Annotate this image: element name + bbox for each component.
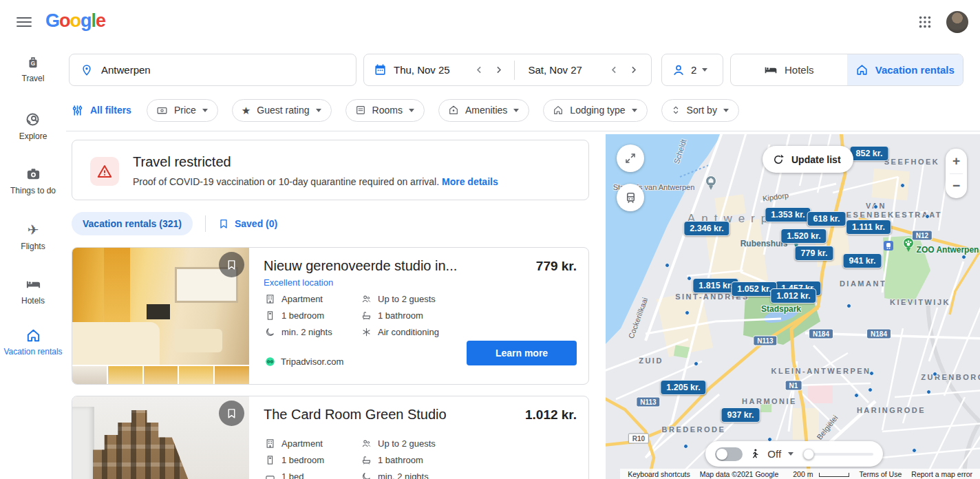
all-filters-button[interactable]: All filters (72, 105, 131, 116)
apps-grid-icon[interactable] (917, 14, 933, 30)
amenities-icon (448, 105, 459, 116)
keyboard-shortcuts-link[interactable]: Keyboard shortcuts (623, 470, 694, 478)
report-error-link[interactable]: Report a map error (906, 470, 977, 478)
sidebar-item-hotels[interactable]: Hotels (0, 277, 66, 306)
poi-dot[interactable] (846, 304, 851, 308)
guests-selector[interactable]: 2 (661, 54, 723, 86)
checkin-prev-icon[interactable] (471, 62, 488, 78)
map-price-pill[interactable]: 941 kr. (843, 253, 882, 268)
listing-title[interactable]: Nieuw gerenoveerde studio in... (264, 258, 457, 274)
pegman-icon[interactable] (749, 447, 760, 460)
map-price-pill[interactable]: 937 kr. (721, 407, 760, 423)
map-price-pill[interactable]: 618 kr. (807, 211, 846, 226)
poi-dot[interactable] (926, 390, 931, 394)
map-price-pill[interactable]: 1.012 kr. (770, 288, 816, 304)
poi-dot[interactable] (685, 310, 690, 315)
time-slider[interactable] (805, 453, 873, 456)
terms-link[interactable]: Terms of Use (854, 470, 906, 478)
google-logo[interactable]: Google (45, 10, 105, 32)
sidebar-item-travel[interactable]: G Travel (0, 55, 66, 83)
checkout-date[interactable]: Sat, Nov 27 (529, 64, 582, 76)
more-details-link[interactable]: More details (442, 176, 498, 187)
checkin-next-icon[interactable] (491, 62, 507, 78)
transit-button[interactable] (617, 184, 644, 211)
tab-vacation-rentals[interactable]: Vacation rentals (847, 54, 963, 85)
poi-dot[interactable] (869, 371, 874, 376)
listing-details: Nieuw gerenoveerde studio in... 779 kr. … (264, 248, 577, 384)
filter-chip-rooms[interactable]: Rooms (345, 99, 425, 122)
map-label-brederode: BREDERODE (662, 425, 726, 434)
museum-pin-icon[interactable] (705, 175, 717, 191)
poi-dot[interactable] (854, 393, 859, 398)
tab-hotels[interactable]: Hotels (731, 54, 847, 85)
zoom-out-button[interactable]: − (946, 174, 967, 199)
listing-title[interactable]: The Card Room Green Studio (264, 407, 447, 423)
checkin-date[interactable]: Thu, Nov 25 (394, 64, 450, 76)
tab-saved[interactable]: Saved (0) (218, 218, 277, 229)
zoo-pin-icon[interactable] (902, 237, 915, 253)
filter-chip-guest-rating[interactable]: ★ Guest rating (232, 99, 332, 122)
save-bookmark-button[interactable] (219, 401, 244, 426)
map[interactable]: Scheldt Stadhuis van Antwerpen Kipdorp A… (606, 134, 980, 479)
poi-dot[interactable] (687, 276, 692, 281)
photo-thumbnail[interactable] (108, 366, 142, 385)
warning-icon (90, 157, 119, 186)
alert-title: Travel restricted (133, 154, 231, 170)
poi-dot[interactable] (933, 372, 937, 376)
suitcase-icon: G (25, 55, 41, 70)
poi-dot[interactable] (665, 263, 670, 268)
update-list-button[interactable]: Update list (763, 146, 853, 173)
chevron-down-icon[interactable] (788, 452, 793, 456)
photo-thumbnail[interactable] (179, 366, 213, 385)
checkin-field[interactable]: Thu, Nov 25 (387, 62, 507, 78)
map-price-pill[interactable]: 1.520 kr. (780, 228, 827, 244)
sidebar-item-explore[interactable]: Explore (0, 111, 66, 141)
poi-dot[interactable] (912, 448, 917, 453)
map-price-pill[interactable]: 779 kr. (795, 246, 834, 261)
map-price-pill[interactable]: 2.346 kr. (683, 221, 729, 236)
poi-dot[interactable] (925, 214, 930, 219)
chevron-down-icon (632, 109, 637, 112)
location-rating-link[interactable]: Excellent location (264, 277, 577, 288)
map-price-pill[interactable]: 1.111 kr. (846, 220, 891, 235)
zoom-in-button[interactable]: + (946, 149, 967, 173)
filter-chip-sort-by[interactable]: Sort by (661, 99, 739, 122)
map-price-pill[interactable]: 1.353 kr. (765, 207, 811, 222)
tab-vacation-rentals-count[interactable]: Vacation rentals (321) (72, 212, 193, 235)
slider-handle[interactable] (803, 449, 814, 460)
checkout-next-icon[interactable] (625, 62, 641, 78)
sidebar-item-flights[interactable]: ✈ Flights (0, 222, 66, 251)
map-price-pill[interactable]: 852 kr. (850, 146, 889, 161)
destination-search-box[interactable] (69, 54, 356, 86)
poi-dot[interactable] (873, 204, 878, 209)
listing-photo[interactable] (72, 248, 249, 385)
sidebar-item-things-to-do[interactable]: Things to do (0, 167, 66, 195)
checkout-field[interactable]: Sat, Nov 27 (522, 62, 642, 78)
listing-photo[interactable] (72, 396, 249, 479)
poi-dot[interactable] (683, 444, 688, 449)
toggle-switch[interactable] (715, 447, 743, 461)
poi-dot[interactable] (961, 255, 966, 259)
poi-dot[interactable] (868, 387, 873, 392)
map-price-pill[interactable]: 1.205 kr. (660, 380, 706, 395)
menu-icon[interactable] (17, 14, 32, 30)
star-icon: ★ (242, 105, 251, 116)
filter-chip-lodging-type[interactable]: Lodging type (543, 99, 647, 122)
station-icon[interactable] (884, 241, 893, 251)
learn-more-button[interactable]: Learn more (467, 341, 577, 365)
fullscreen-button[interactable] (617, 145, 644, 172)
photo-thumbnail[interactable] (215, 366, 249, 385)
avatar[interactable] (946, 11, 968, 33)
destination-input[interactable] (101, 64, 345, 76)
poi-dot[interactable] (900, 183, 905, 188)
tabs-divider (205, 215, 206, 232)
poi-dot[interactable] (694, 361, 699, 366)
road-badge-n1: N1 (785, 381, 802, 391)
checkout-prev-icon[interactable] (606, 62, 622, 78)
save-bookmark-button[interactable] (219, 252, 244, 277)
filter-chip-amenities[interactable]: Amenities (438, 99, 529, 122)
filter-chip-price[interactable]: Price (147, 99, 218, 122)
sidebar-item-vacation-rentals[interactable]: Vacation rentals (0, 328, 66, 356)
photo-thumbnail[interactable] (144, 366, 178, 385)
photo-thumbnail[interactable] (72, 366, 107, 385)
